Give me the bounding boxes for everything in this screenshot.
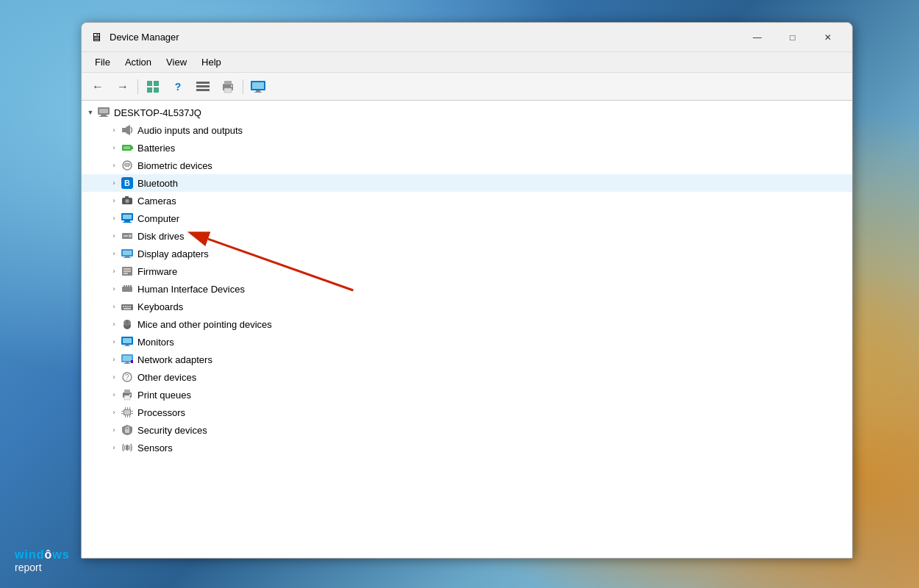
title-bar: 🖥 Device Manager — □ ✕ [82, 23, 852, 52]
svg-rect-67 [131, 360, 133, 363]
root-expand-icon[interactable]: ▼ [85, 107, 96, 118]
expand-bluetooth[interactable]: › [108, 177, 120, 189]
icon-hid [120, 282, 135, 296]
svg-rect-71 [124, 390, 130, 393]
menu-action[interactable]: Action [118, 54, 159, 71]
tree-item-other[interactable]: › ? Other devices [82, 368, 852, 386]
svg-rect-45 [124, 285, 125, 287]
expand-other[interactable]: › [108, 371, 120, 383]
icon-cameras [120, 193, 135, 208]
tree-item-cameras[interactable]: › Cameras [82, 192, 852, 209]
tree-item-firmware[interactable]: › Firmware [82, 262, 852, 280]
back-button[interactable]: ← [86, 76, 110, 97]
svg-rect-22 [132, 146, 133, 149]
expand-cameras[interactable]: › [108, 195, 120, 207]
label-audio: Audio inputs and outputs [137, 125, 243, 136]
minimize-button[interactable]: — [740, 26, 774, 49]
expand-sensors[interactable]: › [108, 442, 120, 453]
expand-firmware[interactable]: › [108, 265, 120, 277]
menu-view[interactable]: View [159, 54, 194, 71]
expand-hid[interactable]: › [108, 283, 120, 295]
tree-view[interactable]: ▼ DESKTOP-4L537JQ › [82, 101, 852, 558]
root-computer-icon [96, 105, 111, 120]
tree-item-sensors[interactable]: › Sensors [82, 439, 852, 456]
tree-item-network[interactable]: › Network adapters [82, 351, 852, 368]
tree-root-item[interactable]: ▼ DESKTOP-4L537JQ [82, 104, 852, 121]
tree-item-hid[interactable]: › Human Interface Devices [82, 280, 852, 298]
window-controls: — □ ✕ [740, 26, 845, 49]
icon-processors [120, 405, 135, 420]
monitor-toolbar-button[interactable] [246, 76, 270, 97]
expand-audio[interactable]: › [108, 124, 120, 136]
tree-item-monitors[interactable]: › Monitors [82, 333, 852, 351]
expand-security[interactable]: › [108, 424, 120, 436]
expand-disk[interactable]: › [108, 230, 120, 242]
svg-point-10 [231, 85, 232, 87]
svg-rect-61 [126, 345, 129, 345]
svg-rect-32 [123, 222, 132, 223]
label-mice: Mice and other pointing devices [137, 319, 272, 330]
expand-processors[interactable]: › [108, 406, 120, 418]
expand-batteries[interactable]: › [108, 142, 120, 154]
print-toolbar-button[interactable] [216, 76, 240, 97]
svg-rect-8 [224, 81, 232, 85]
svg-rect-14 [254, 92, 262, 93]
svg-rect-87 [126, 445, 129, 451]
tree-item-keyboards[interactable]: › Keyboards [82, 298, 852, 315]
label-security: Security devices [137, 425, 207, 436]
tree-item-batteries[interactable]: › Batteries [82, 139, 852, 157]
label-monitors: Monitors [137, 337, 174, 348]
icon-disk [120, 229, 135, 243]
label-display: Display adapters [137, 248, 209, 259]
device-manager-toolbar-icon[interactable] [141, 76, 165, 97]
svg-rect-28 [125, 196, 129, 198]
expand-print[interactable]: › [108, 389, 120, 401]
menu-file[interactable]: File [87, 54, 118, 71]
expand-monitors[interactable]: › [108, 336, 120, 348]
window-title: Device Manager [110, 32, 740, 43]
svg-rect-1 [154, 81, 159, 86]
tree-item-disk[interactable]: › Disk drives [82, 227, 852, 245]
tree-item-processors[interactable]: › [82, 404, 852, 421]
tree-item-print[interactable]: › Print queues [82, 386, 852, 404]
tree-item-computer[interactable]: › Computer [82, 209, 852, 227]
svg-rect-31 [124, 220, 130, 222]
tree-item-biometric[interactable]: › Biometric devices [82, 157, 852, 174]
svg-rect-77 [121, 413, 124, 414]
tree-item-audio[interactable]: › Audio inputs and outputs [82, 121, 852, 139]
maximize-button[interactable]: □ [776, 26, 809, 49]
svg-rect-4 [196, 82, 210, 84]
label-hid: Human Interface Devices [137, 284, 245, 295]
close-button[interactable]: ✕ [811, 26, 845, 49]
svg-rect-64 [123, 356, 132, 361]
expand-keyboards[interactable]: › [108, 301, 120, 312]
expand-computer[interactable]: › [108, 212, 120, 224]
expand-display[interactable]: › [108, 248, 120, 259]
svg-rect-48 [130, 285, 132, 287]
svg-rect-66 [124, 363, 130, 364]
label-network: Network adapters [137, 354, 212, 365]
properties-toolbar-button[interactable] [191, 76, 215, 97]
tree-item-display[interactable]: › Display adapters [82, 245, 852, 262]
help-toolbar-button[interactable]: ? [166, 76, 190, 97]
tree-item-security[interactable]: › Security devices [82, 421, 852, 439]
svg-rect-79 [131, 413, 133, 414]
expand-network[interactable]: › [108, 354, 120, 365]
expand-mice[interactable]: › [108, 318, 120, 330]
expand-biometric[interactable]: › [108, 159, 120, 171]
root-label: DESKTOP-4L537JQ [114, 107, 201, 118]
svg-rect-9 [224, 88, 232, 93]
svg-marker-20 [126, 125, 130, 135]
toolbar: ← → ? [82, 73, 852, 101]
icon-mice [120, 317, 135, 331]
menu-help[interactable]: Help [194, 54, 229, 71]
svg-rect-85 [129, 415, 130, 417]
label-biometric: Biometric devices [137, 160, 212, 171]
svg-rect-47 [128, 285, 129, 287]
forward-button[interactable]: → [111, 76, 135, 97]
icon-security [120, 423, 135, 437]
window-icon: 🖥 [89, 30, 104, 45]
brand-name: windôws [15, 548, 70, 562]
tree-item-bluetooth[interactable]: › B Bluetooth [82, 174, 852, 192]
tree-item-mice[interactable]: › Mice and other pointing devices [82, 315, 852, 333]
